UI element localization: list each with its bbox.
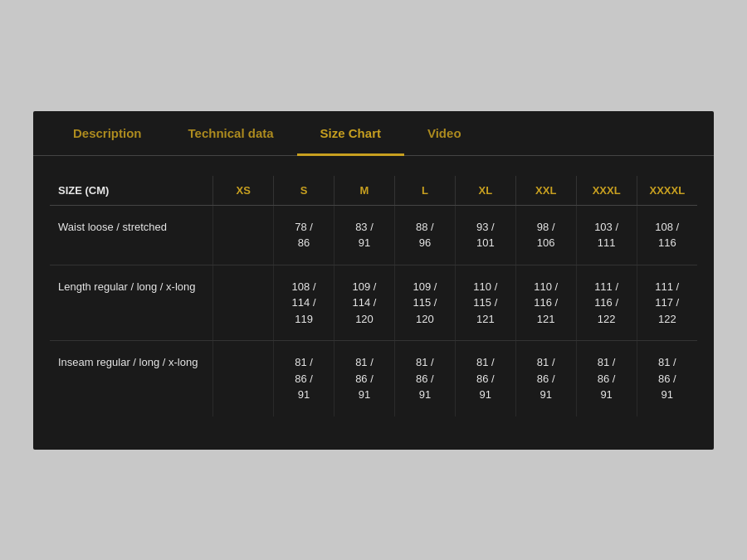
cell-r2-c1: 81 /86 /91: [274, 341, 334, 416]
cell-r2-c3: 81 /86 /91: [394, 341, 455, 416]
col-header-xxl: XXL: [515, 176, 576, 206]
col-header-xl: XL: [455, 176, 515, 206]
cell-r0-c4: 93 /101: [455, 205, 515, 265]
cell-r1-c4: 110 /115 /121: [455, 265, 515, 341]
cell-r2-c2: 81 /86 /91: [334, 341, 395, 416]
col-header-xxxl: XXXL: [576, 176, 637, 206]
cell-r1-c0: [213, 265, 274, 341]
size-col-header: SIZE (CM): [50, 176, 213, 206]
tab-size-chart[interactable]: Size Chart: [297, 111, 404, 155]
cell-r1-c7: 111 /117 /122: [637, 265, 697, 341]
table-row: Waist loose / stretched78 /8683 /9188 /9…: [50, 205, 697, 265]
cell-r0-c1: 78 /86: [274, 205, 334, 265]
tab-video[interactable]: Video: [404, 111, 485, 155]
main-container: DescriptionTechnical dataSize ChartVideo…: [33, 111, 714, 450]
cell-r0-c6: 103 /111: [576, 205, 637, 265]
cell-r0-c5: 98 /106: [515, 205, 576, 265]
table-header-row: SIZE (CM) XSSMLXLXXLXXXLXXXXL: [50, 176, 697, 206]
cell-r2-c4: 81 /86 /91: [455, 341, 515, 416]
col-header-xs: XS: [213, 176, 274, 206]
row-label-1: Length regular / long / x-long: [50, 265, 213, 341]
cell-r1-c6: 111 /116 /122: [576, 265, 637, 341]
row-label-2: Inseam regular / long / x-long: [50, 341, 213, 416]
table-row: Length regular / long / x-long108 /114 /…: [50, 265, 697, 341]
cell-r1-c1: 108 /114 /119: [274, 265, 334, 341]
cell-r0-c3: 88 /96: [394, 205, 455, 265]
table-body: Waist loose / stretched78 /8683 /9188 /9…: [50, 205, 697, 416]
cell-r2-c0: [213, 341, 274, 416]
row-label-0: Waist loose / stretched: [50, 205, 213, 265]
cell-r2-c7: 81 /86 /91: [637, 341, 697, 416]
cell-r1-c2: 109 /114 /120: [334, 265, 395, 341]
col-header-l: L: [394, 176, 455, 206]
cell-r0-c7: 108 /116: [637, 205, 697, 265]
cell-r0-c0: [213, 205, 274, 265]
tab-description[interactable]: Description: [50, 111, 165, 155]
cell-r1-c5: 110 /116 /121: [515, 265, 576, 341]
col-header-s: S: [274, 176, 334, 206]
tab-bar: DescriptionTechnical dataSize ChartVideo: [33, 111, 714, 156]
cell-r1-c3: 109 /115 /120: [394, 265, 455, 341]
table-container: SIZE (CM) XSSMLXLXXLXXXLXXXXL Waist loos…: [33, 156, 714, 425]
col-header-m: M: [334, 176, 395, 206]
table-row: Inseam regular / long / x-long81 /86 /91…: [50, 341, 697, 416]
size-chart-table: SIZE (CM) XSSMLXLXXLXXXLXXXXL Waist loos…: [50, 176, 697, 416]
col-header-xxxxl: XXXXL: [637, 176, 697, 206]
tab-technical-data[interactable]: Technical data: [165, 111, 297, 155]
cell-r0-c2: 83 /91: [334, 205, 395, 265]
cell-r2-c5: 81 /86 /91: [515, 341, 576, 416]
cell-r2-c6: 81 /86 /91: [576, 341, 637, 416]
